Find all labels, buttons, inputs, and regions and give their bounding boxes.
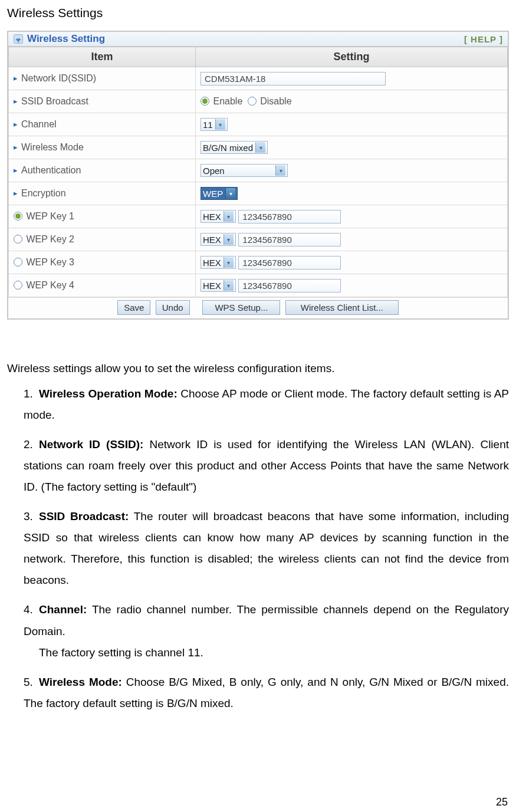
chevron-down-icon: ▾ bbox=[224, 280, 234, 291]
label-ssid: Network ID(SSID) bbox=[21, 73, 96, 83]
list-item: 3.SSID Broadcast: The router will broadc… bbox=[24, 506, 509, 591]
keyformat-value: HEX bbox=[203, 212, 221, 222]
bullet-icon: ▸ bbox=[14, 97, 18, 106]
th-setting: Setting bbox=[196, 47, 508, 67]
section-title: Wireless Settings bbox=[7, 6, 509, 20]
list-item: 2.Network ID (SSID): Network ID is used … bbox=[24, 434, 509, 498]
label-channel: Channel bbox=[21, 119, 57, 129]
label-broadcast: SSID Broadcast bbox=[21, 96, 88, 106]
chevron-down-icon: ▾ bbox=[255, 142, 265, 153]
settings-table: Item Setting ▸Network ID(SSID) CDM531AM-… bbox=[8, 47, 508, 297]
channel-select[interactable]: 11▾ bbox=[201, 118, 228, 131]
bullet-icon: ▸ bbox=[14, 143, 18, 152]
chevron-down-icon: ▾ bbox=[225, 188, 235, 199]
wireless-icon bbox=[13, 34, 24, 44]
channel-value: 11 bbox=[203, 120, 213, 130]
panel-title: Wireless Setting bbox=[27, 33, 464, 45]
label-enable: Enable bbox=[213, 96, 242, 106]
keyformat-select[interactable]: HEX▾ bbox=[201, 233, 236, 246]
key-input[interactable]: 1234567890 bbox=[238, 210, 341, 223]
keyformat-select[interactable]: HEX▾ bbox=[201, 279, 236, 292]
undo-button[interactable]: Undo bbox=[156, 300, 190, 315]
radio-disable[interactable] bbox=[248, 97, 257, 106]
label-wepkey: WEP Key 2 bbox=[26, 234, 74, 244]
chevron-down-icon: ▾ bbox=[215, 119, 225, 130]
label-wepkey: WEP Key 1 bbox=[26, 211, 74, 221]
svg-point-1 bbox=[18, 41, 19, 42]
radio-wepkey[interactable] bbox=[14, 212, 22, 221]
wireless-panel: Wireless Setting [ HELP ] Item Setting ▸… bbox=[7, 31, 509, 320]
help-link[interactable]: [ HELP ] bbox=[464, 34, 503, 44]
chevron-down-icon: ▾ bbox=[275, 165, 285, 176]
mode-select[interactable]: B/G/N mixed▾ bbox=[201, 141, 268, 154]
label-auth: Authentication bbox=[21, 165, 81, 175]
label-wepkey: WEP Key 4 bbox=[26, 280, 74, 290]
bullet-icon: ▸ bbox=[14, 166, 18, 175]
enc-value: WEP bbox=[203, 189, 223, 199]
label-mode: Wireless Mode bbox=[21, 142, 84, 152]
list-item: 5.Wireless Mode: Choose B/G Mixed, B onl… bbox=[24, 672, 509, 714]
key-input[interactable]: 1234567890 bbox=[238, 233, 341, 246]
label-enc: Encryption bbox=[21, 188, 66, 198]
label-wepkey: WEP Key 3 bbox=[26, 257, 74, 267]
keyformat-value: HEX bbox=[203, 235, 221, 245]
mode-value: B/G/N mixed bbox=[203, 143, 253, 153]
ssid-input[interactable]: CDM531AM-18 bbox=[201, 72, 386, 86]
bullet-icon: ▸ bbox=[14, 189, 18, 198]
key-input[interactable]: 1234567890 bbox=[238, 279, 341, 292]
client-list-button[interactable]: Wireless Client List... bbox=[285, 300, 399, 315]
chevron-down-icon: ▾ bbox=[224, 257, 234, 268]
key-input[interactable]: 1234567890 bbox=[238, 256, 341, 269]
label-disable: Disable bbox=[260, 96, 291, 106]
chevron-down-icon: ▾ bbox=[224, 211, 234, 222]
bullet-icon: ▸ bbox=[14, 74, 18, 83]
radio-wepkey[interactable] bbox=[14, 258, 22, 267]
list-item: 1.Wireless Operation Mode: Choose AP mod… bbox=[24, 383, 509, 426]
keyformat-select[interactable]: HEX▾ bbox=[201, 210, 236, 223]
bullet-icon: ▸ bbox=[14, 120, 18, 129]
radio-enable[interactable] bbox=[201, 97, 209, 106]
intro-text: Wireless settings allow you to set the w… bbox=[7, 361, 509, 376]
auth-value: Open bbox=[203, 166, 273, 176]
list-item: 4.Channel: The radio channel number. The… bbox=[24, 599, 509, 663]
th-item: Item bbox=[9, 47, 196, 67]
chevron-down-icon: ▾ bbox=[224, 234, 234, 245]
radio-wepkey[interactable] bbox=[14, 235, 22, 244]
save-button[interactable]: Save bbox=[117, 300, 150, 315]
radio-wepkey[interactable] bbox=[14, 281, 22, 290]
keyformat-select[interactable]: HEX▾ bbox=[201, 256, 236, 269]
keyformat-value: HEX bbox=[203, 281, 221, 291]
wps-button[interactable]: WPS Setup... bbox=[202, 300, 280, 315]
keyformat-value: HEX bbox=[203, 258, 221, 268]
enc-select[interactable]: WEP▾ bbox=[201, 187, 238, 200]
auth-select[interactable]: Open▾ bbox=[201, 164, 288, 177]
